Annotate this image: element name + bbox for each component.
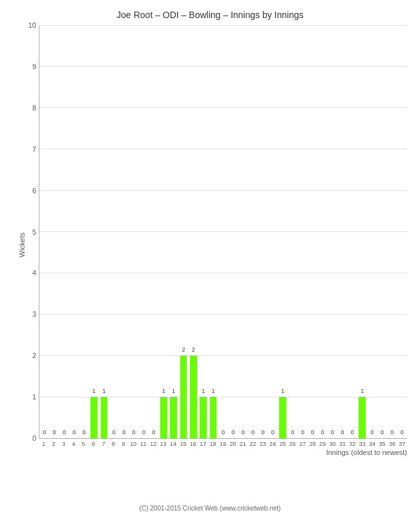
bar-slot-31: 0 (337, 25, 347, 438)
x-label-22: 22 (248, 441, 258, 447)
bar-label-7: 1 (101, 388, 108, 394)
bar-label-5: 0 (81, 429, 88, 436)
x-label-31: 31 (337, 441, 347, 447)
x-axis-title: Innings (oldest to newest) (39, 448, 407, 456)
bar-slot-36: 0 (387, 25, 397, 438)
bar-label-27: 0 (299, 429, 306, 436)
x-label-26: 26 (288, 441, 297, 447)
bar-slot-23: 0 (258, 25, 268, 438)
x-label-3: 3 (59, 441, 68, 447)
bar-label-10: 0 (131, 429, 138, 436)
bar-label-25: 1 (279, 388, 286, 394)
x-label-18: 18 (208, 441, 218, 447)
bar-slot-30: 0 (328, 25, 337, 438)
x-label-36: 36 (387, 441, 397, 447)
bar-label-6: 1 (90, 388, 98, 394)
bar-label-13: 1 (160, 388, 167, 394)
x-label-8: 8 (109, 441, 118, 447)
x-label-33: 33 (357, 441, 367, 447)
bar-label-31: 0 (339, 429, 346, 436)
bar-33: 1 (359, 397, 366, 438)
bar-slot-29: 0 (318, 25, 328, 438)
bar-label-16: 2 (190, 346, 197, 353)
chart-area: Wickets 0 1 2 3 4 (39, 25, 407, 465)
x-label-13: 13 (158, 441, 168, 447)
bars-container: 0000011000001122110000001000000010000 (39, 25, 407, 438)
bar-slot-16: 2 (189, 25, 198, 438)
x-label-28: 28 (308, 441, 317, 447)
bar-slot-19: 0 (218, 25, 228, 438)
bar-slot-20: 0 (228, 25, 238, 438)
bar-slot-22: 0 (248, 25, 258, 438)
x-label-12: 12 (148, 441, 158, 447)
bar-7: 1 (101, 397, 108, 438)
bar-slot-24: 0 (268, 25, 278, 438)
bar-slot-18: 1 (208, 25, 218, 438)
bar-14: 1 (170, 397, 177, 438)
bar-label-24: 0 (269, 429, 277, 436)
bar-slot-27: 0 (298, 25, 308, 438)
bar-label-33: 1 (359, 388, 366, 394)
bar-17: 1 (200, 397, 207, 438)
x-label-10: 10 (129, 441, 138, 447)
bar-label-23: 0 (260, 429, 267, 436)
bar-label-21: 0 (240, 429, 247, 436)
x-label-14: 14 (168, 441, 178, 447)
chart-inner: 0 1 2 3 4 5 6 (39, 25, 407, 439)
x-label-17: 17 (198, 441, 208, 447)
bar-slot-28: 0 (308, 25, 317, 438)
x-label-2: 2 (48, 441, 58, 447)
bar-25: 1 (279, 397, 286, 438)
x-label-23: 23 (258, 441, 268, 447)
x-label-24: 24 (268, 441, 277, 447)
x-label-34: 34 (367, 441, 377, 447)
bar-label-4: 0 (70, 429, 78, 436)
x-label-32: 32 (348, 441, 357, 447)
bar-slot-11: 0 (139, 25, 149, 438)
x-label-5: 5 (79, 441, 89, 447)
bar-slot-25: 1 (278, 25, 288, 438)
x-label-19: 19 (218, 441, 227, 447)
bar-slot-12: 0 (149, 25, 158, 438)
bar-slot-37: 0 (397, 25, 407, 438)
bar-label-3: 0 (61, 429, 68, 436)
x-label-15: 15 (178, 441, 188, 447)
x-label-25: 25 (278, 441, 288, 447)
bar-label-8: 0 (110, 429, 118, 436)
bar-slot-5: 0 (79, 25, 89, 438)
bar-13: 1 (160, 397, 167, 438)
bar-label-20: 0 (229, 429, 236, 436)
bar-label-34: 0 (369, 429, 376, 436)
bar-slot-9: 0 (119, 25, 129, 438)
bar-slot-32: 0 (348, 25, 357, 438)
bar-label-36: 0 (388, 429, 395, 436)
bar-label-2: 0 (51, 429, 58, 436)
x-label-4: 4 (68, 441, 78, 447)
bar-slot-1: 0 (39, 25, 49, 438)
bar-label-9: 0 (120, 429, 127, 436)
bar-15: 2 (180, 355, 187, 438)
bar-slot-3: 0 (59, 25, 69, 438)
x-label-35: 35 (377, 441, 387, 447)
bar-label-14: 1 (170, 388, 177, 394)
bar-slot-6: 1 (89, 25, 99, 438)
x-label-29: 29 (317, 441, 327, 447)
x-label-21: 21 (238, 441, 247, 447)
x-label-1: 1 (39, 441, 48, 447)
bar-label-15: 2 (180, 346, 187, 353)
bar-slot-33: 1 (357, 25, 367, 438)
bar-label-22: 0 (249, 429, 257, 436)
bar-slot-8: 0 (109, 25, 119, 438)
x-label-7: 7 (98, 441, 108, 447)
bar-label-37: 0 (399, 429, 406, 436)
bar-slot-15: 2 (178, 25, 188, 438)
bar-slot-13: 1 (159, 25, 169, 438)
x-label-27: 27 (298, 441, 308, 447)
x-label-16: 16 (188, 441, 198, 447)
bar-label-11: 0 (140, 429, 147, 436)
y-axis-label: Wickets (18, 233, 26, 258)
bar-label-28: 0 (309, 429, 316, 436)
x-label-9: 9 (118, 441, 128, 447)
bar-slot-34: 0 (367, 25, 377, 438)
bar-slot-26: 0 (288, 25, 297, 438)
